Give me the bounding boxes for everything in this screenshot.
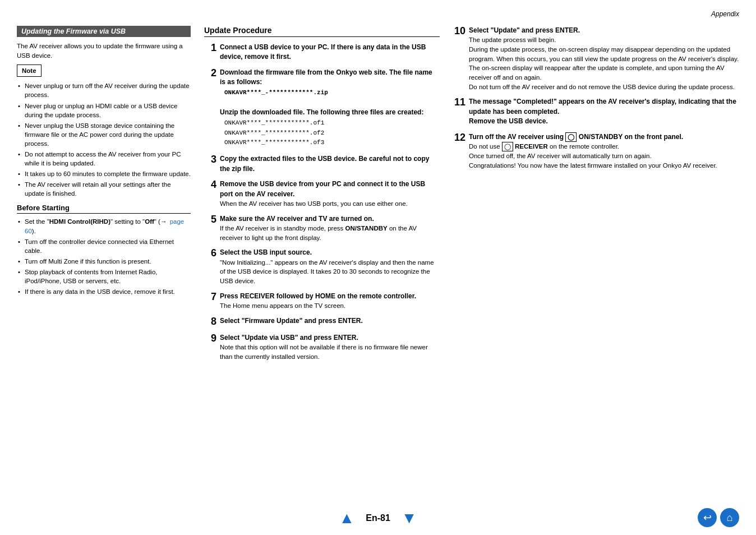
page-number: En-81 xyxy=(366,513,390,523)
step-number: 9 xyxy=(204,333,216,344)
step-12: 12 Turn off the AV receiver using ◯ ON/S… xyxy=(453,132,739,170)
step-content: Download the firmware file from the Onky… xyxy=(220,68,440,149)
page-header: Appendix xyxy=(17,10,739,20)
intro-text: The AV receiver allows you to update the… xyxy=(17,41,191,60)
step-5: 5 Make sure the AV receiver and TV are t… xyxy=(204,214,440,243)
section-title: Updating the Firmware via USB xyxy=(17,26,191,37)
step-content: Select the USB input source. "Now Initia… xyxy=(220,248,440,285)
step-number: 3 xyxy=(204,154,216,165)
list-item: Never unplug or turn off the AV receiver… xyxy=(17,81,191,99)
step-10: 10 Select "Update" and press ENTER. The … xyxy=(453,26,739,91)
next-page-icon[interactable]: ▼ xyxy=(402,509,417,527)
step-4: 4 Remove the USB device from your PC and… xyxy=(204,179,440,208)
back-icon: ↩ xyxy=(703,511,712,524)
step-content: Select "Update" and press ENTER. The upd… xyxy=(469,26,739,91)
list-item: Turn off the controller device connected… xyxy=(17,237,191,255)
left-column: Updating the Firmware via USB The AV rec… xyxy=(17,26,191,301)
step-content: Turn off the AV receiver using ◯ ON/STAN… xyxy=(469,132,739,170)
update-procedure-title: Update Procedure xyxy=(204,26,440,37)
step-number: 6 xyxy=(204,248,216,259)
list-item: Do not attempt to access the AV receiver… xyxy=(17,150,191,168)
step-number: 7 xyxy=(204,292,216,303)
list-item: Stop playback of contents from Internet … xyxy=(17,268,191,285)
prev-page-icon[interactable]: ▲ xyxy=(339,509,354,527)
appendix-label: Appendix xyxy=(711,10,739,18)
list-item: The AV receiver will retain all your set… xyxy=(17,180,191,198)
footer-nav-icons: ↩ ⌂ xyxy=(698,508,739,527)
footer: ▲ En-81 ▼ xyxy=(0,509,756,527)
step-number: 2 xyxy=(204,68,216,79)
before-list: Set the "HDMI Control(RIHD)" setting to … xyxy=(17,217,191,296)
step-8: 8 Select "Firmware Update" and press ENT… xyxy=(204,316,440,328)
step-9: 9 Select "Update via USB" and press ENTE… xyxy=(204,333,440,362)
note-label: Note xyxy=(17,64,42,77)
step-content: The message "Completed!" appears on the … xyxy=(469,97,739,126)
right-column: 10 Select "Update" and press ENTER. The … xyxy=(453,26,739,176)
step-11: 11 The message "Completed!" appears on t… xyxy=(453,97,739,126)
step-6: 6 Select the USB input source. "Now Init… xyxy=(204,248,440,285)
step-number: 4 xyxy=(204,179,216,191)
step-7: 7 Press RECEIVER followed by HOME on the… xyxy=(204,292,440,311)
note-list: Never unplug or turn off the AV receiver… xyxy=(17,81,191,198)
step-number: 11 xyxy=(453,97,465,108)
step-content: Copy the extracted files to the USB devi… xyxy=(220,154,440,174)
step-number: 8 xyxy=(204,316,216,328)
step-content: Remove the USB device from your PC and c… xyxy=(220,179,440,208)
step-2: 2 Download the firmware file from the On… xyxy=(204,68,440,149)
step-number: 12 xyxy=(453,132,465,144)
mid-column: Update Procedure 1 Connect a USB device … xyxy=(204,26,440,367)
step-3: 3 Copy the extracted files to the USB de… xyxy=(204,154,440,174)
step-1: 1 Connect a USB device to your PC. If th… xyxy=(204,43,440,62)
home-icon: ⌂ xyxy=(727,512,733,524)
step-content: Connect a USB device to your PC. If ther… xyxy=(220,43,440,62)
back-button[interactable]: ↩ xyxy=(698,508,717,527)
list-item: Never unplug the USB storage device cont… xyxy=(17,121,191,148)
before-starting-title: Before Starting xyxy=(17,204,191,214)
list-item: If there is any data in the USB device, … xyxy=(17,287,191,296)
list-item: Set the "HDMI Control(RIHD)" setting to … xyxy=(17,217,191,235)
note-section: Note Never unplug or turn off the AV rec… xyxy=(17,64,191,198)
page: Appendix Updating the Firmware via USB T… xyxy=(0,0,756,535)
step-content: Select "Firmware Update" and press ENTER… xyxy=(220,316,440,326)
step-content: Press RECEIVER followed by HOME on the r… xyxy=(220,292,440,311)
step-number: 1 xyxy=(204,43,216,54)
main-content: Updating the Firmware via USB The AV rec… xyxy=(17,26,739,367)
step-number: 10 xyxy=(453,26,465,37)
home-button[interactable]: ⌂ xyxy=(720,508,739,527)
step-number: 5 xyxy=(204,214,216,225)
step-content: Select "Update via USB" and press ENTER.… xyxy=(220,333,440,362)
list-item: Never plug or unplug an HDMI cable or a … xyxy=(17,102,191,119)
list-item: Turn off Multi Zone if this function is … xyxy=(17,257,191,266)
list-item: It takes up to 60 minutes to complete th… xyxy=(17,169,191,178)
step-content: Make sure the AV receiver and TV are tur… xyxy=(220,214,440,243)
